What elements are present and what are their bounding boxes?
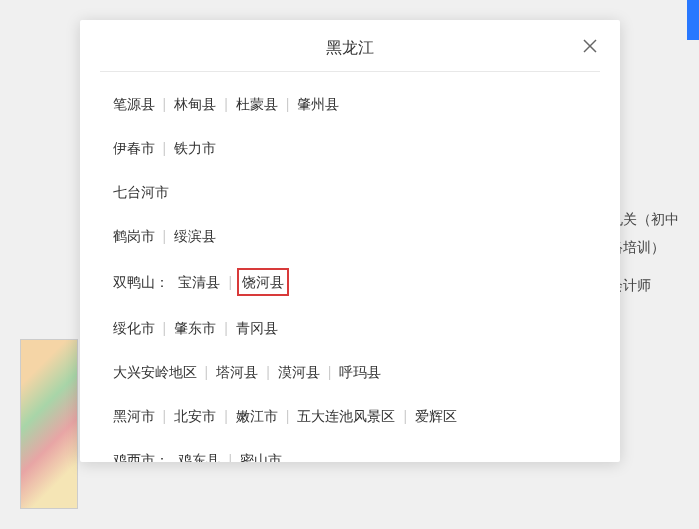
region-item[interactable]: 鸡东县 (175, 448, 223, 462)
modal-body[interactable]: 笔源县|林甸县|杜蒙县|肇州县伊春市|铁力市七台河市鹤岗市|绥滨县双鸭山： 宝清… (80, 72, 620, 462)
region-item[interactable]: 密山市 (237, 448, 285, 462)
region-item[interactable]: 七台河市 (110, 180, 172, 204)
separator: | (228, 271, 232, 293)
region-item[interactable]: 漠河县 (275, 360, 323, 384)
region-item[interactable]: 嫩江市 (233, 404, 281, 428)
region-prefix[interactable]: 双鸭山： (110, 270, 172, 294)
separator: | (163, 137, 167, 159)
separator: | (328, 361, 332, 383)
separator: | (224, 405, 228, 427)
region-row: 鸡西市： 鸡东县|密山市 (110, 448, 620, 462)
separator: | (163, 405, 167, 427)
region-row: 黑河市|北安市|嫩江市|五大连池风景区|爱辉区 (110, 404, 620, 428)
region-item[interactable]: 杜蒙县 (233, 92, 281, 116)
region-item[interactable]: 青冈县 (233, 316, 281, 340)
separator: | (224, 317, 228, 339)
region-item[interactable]: 爱辉区 (412, 404, 460, 428)
region-item[interactable]: 大兴安岭地区 (110, 360, 200, 384)
separator: | (205, 361, 209, 383)
separator: | (286, 405, 290, 427)
region-item[interactable]: 肇州县 (294, 92, 342, 116)
region-item[interactable]: 黑河市 (110, 404, 158, 428)
region-item[interactable]: 五大连池风景区 (294, 404, 398, 428)
region-item[interactable]: 笔源县 (110, 92, 158, 116)
separator: | (266, 361, 270, 383)
region-item[interactable]: 伊春市 (110, 136, 158, 160)
region-item[interactable]: 鹤岗市 (110, 224, 158, 248)
separator: | (286, 93, 290, 115)
region-item[interactable]: 塔河县 (213, 360, 261, 384)
separator: | (228, 449, 232, 462)
region-item[interactable]: 北安市 (171, 404, 219, 428)
separator: | (163, 225, 167, 247)
close-button[interactable] (580, 36, 600, 56)
region-item[interactable]: 铁力市 (171, 136, 219, 160)
modal-overlay: 黑龙江 笔源县|林甸县|杜蒙县|肇州县伊春市|铁力市七台河市鹤岗市|绥滨县双鸭山… (0, 0, 699, 529)
region-item[interactable]: 绥滨县 (171, 224, 219, 248)
region-row: 鹤岗市|绥滨县 (110, 224, 620, 248)
modal-header: 黑龙江 (100, 20, 600, 72)
region-item[interactable]: 宝清县 (175, 270, 223, 294)
region-selector-modal: 黑龙江 笔源县|林甸县|杜蒙县|肇州县伊春市|铁力市七台河市鹤岗市|绥滨县双鸭山… (80, 20, 620, 462)
region-item[interactable]: 肇东市 (171, 316, 219, 340)
separator: | (224, 93, 228, 115)
region-row: 伊春市|铁力市 (110, 136, 620, 160)
modal-title: 黑龙江 (326, 38, 374, 59)
region-row: 绥化市|肇东市|青冈县 (110, 316, 620, 340)
region-item[interactable]: 林甸县 (171, 92, 219, 116)
region-row: 大兴安岭地区|塔河县|漠河县|呼玛县 (110, 360, 620, 384)
region-item[interactable]: 绥化市 (110, 316, 158, 340)
region-item[interactable]: 呼玛县 (336, 360, 384, 384)
separator: | (403, 405, 407, 427)
separator: | (163, 93, 167, 115)
region-row: 七台河市 (110, 180, 620, 204)
separator: | (163, 317, 167, 339)
close-icon (582, 38, 598, 54)
region-item[interactable]: 饶河县 (237, 268, 289, 296)
region-prefix[interactable]: 鸡西市： (110, 448, 172, 462)
region-row: 笔源县|林甸县|杜蒙县|肇州县 (110, 92, 620, 116)
region-row: 双鸭山： 宝清县|饶河县 (110, 268, 620, 296)
